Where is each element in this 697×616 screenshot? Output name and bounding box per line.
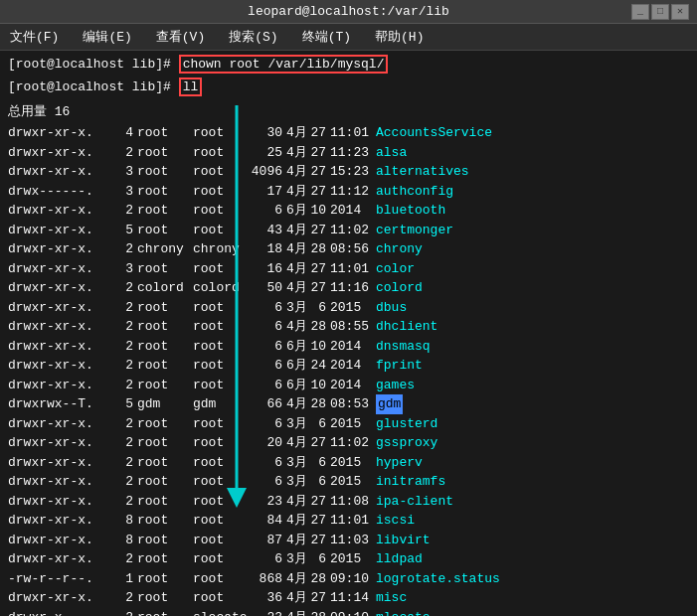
menu-view[interactable]: 查看(V) — [152, 27, 209, 47]
list-item: drwxr-xr-x.2root root 204月2711:02 gsspro… — [8, 433, 689, 453]
terminal-window: leopard@localhost:/var/lib _ □ ✕ 文件(F) 编… — [0, 0, 697, 616]
file-list: drwxr-xr-x.4root root 304月2711:01 Accoun… — [8, 123, 689, 616]
list-item: drwxr-xr-x.2root root 63月62015 initramfs — [8, 472, 689, 492]
list-item: drwx------.3root root 174月2711:12 authco… — [8, 182, 689, 202]
list-item: drwxr-xr-x.2root root 66月102014 bluetoot… — [8, 201, 689, 221]
list-item: drwxr-xr-x.2root root 254月2711:23 alsa — [8, 143, 689, 163]
menubar: 文件(F) 编辑(E) 查看(V) 搜索(S) 终端(T) 帮助(H) — [0, 24, 697, 51]
list-item: drwxr-xr-x.4root root 304月2711:01 Accoun… — [8, 123, 689, 143]
list-item: drwxr-xr-x.3root root 164月2711:01 color — [8, 259, 689, 279]
total-line: 总用量 16 — [8, 102, 689, 120]
close-button[interactable]: ✕ — [671, 4, 689, 20]
titlebar: leopard@localhost:/var/lib _ □ ✕ — [0, 0, 697, 24]
menu-terminal[interactable]: 终端(T) — [298, 27, 355, 47]
list-item: drwxr-xr-x.8root root 844月2711:01 iscsi — [8, 511, 689, 531]
menu-search[interactable]: 搜索(S) — [225, 27, 281, 47]
list-item: drwxr-xr-x.2root root 63月62015 glusterd — [8, 414, 689, 434]
list-item: drwxr-xr-x.2root root 63月62015 dbus — [8, 298, 689, 318]
list-item: drwxr-xr-x.2colordcolord504月2711:16 colo… — [8, 278, 689, 298]
list-item: drwxr-xr-x.2root root 234月2711:08 ipa-cl… — [8, 492, 689, 512]
terminal-content[interactable]: [root@localhost lib]# chown root /var/li… — [0, 51, 697, 616]
list-item: drwxr-xr-x.8root root 874月2711:03 libvir… — [8, 531, 689, 550]
gdm-highlighted-name: gdm — [376, 394, 403, 414]
list-item: -rw-r--r--.1root root 8684月2809:10 logro… — [8, 569, 689, 589]
menu-help[interactable]: 帮助(H) — [371, 27, 428, 47]
minimize-button[interactable]: _ — [631, 4, 649, 20]
menu-edit[interactable]: 编辑(E) — [79, 27, 135, 47]
maximize-button[interactable]: □ — [651, 4, 669, 20]
list-item: drwxr-x---.2root slocate234月2809:10 mloc… — [8, 608, 689, 617]
command2-box: ll — [179, 77, 203, 96]
list-item: drwxr-xr-x.2root root 64月2808:55 dhclien… — [8, 317, 689, 337]
list-item: drwxr-xr-x.2root root 66月242014 fprint — [8, 356, 689, 376]
list-item: drwxr-xr-x.2root root 66月102014 dnsmasq — [8, 337, 689, 357]
menu-file[interactable]: 文件(F) — [6, 27, 63, 47]
list-item: drwxr-xr-x.5root root 434月2711:02 certmo… — [8, 221, 689, 240]
prompt1: [root@localhost lib]# — [8, 57, 179, 72]
prompt2: [root@localhost lib]# — [8, 79, 179, 94]
list-item: drwxr-xr-x.2root root 364月2711:14 misc — [8, 588, 689, 608]
list-item: drwxr-xr-x.3root root 40964月2715:23 alte… — [8, 162, 689, 182]
window-controls: _ □ ✕ — [631, 4, 689, 20]
list-item: drwxr-xr-x.2root root 63月62015 lldpad — [8, 549, 689, 569]
command2-text: ll — [183, 79, 199, 94]
command1-text: chown root /var/lib/mysql/ — [183, 57, 385, 72]
list-item-gdm: drwxrwx--T.5gdm gdm 664月2808:53 gdm — [8, 394, 689, 414]
window-title: leopard@localhost:/var/lib — [248, 4, 449, 19]
list-item: drwxr-xr-x.2root root 63月62015 hyperv — [8, 453, 689, 473]
list-item: drwxr-xr-x.2chronychrony184月2808:56 chro… — [8, 239, 689, 259]
list-item: drwxr-xr-x.2root root 66月102014 games — [8, 376, 689, 395]
command1-box: chown root /var/lib/mysql/ — [179, 55, 389, 74]
